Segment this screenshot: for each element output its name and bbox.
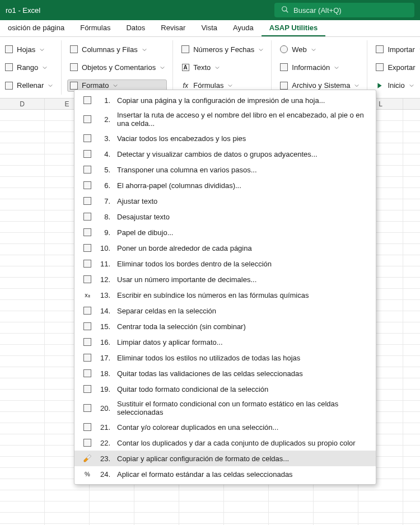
tab-review[interactable]: Revisar — [153, 20, 193, 36]
cell[interactable] — [403, 199, 420, 210]
cell[interactable] — [0, 311, 45, 322]
cell[interactable] — [0, 166, 45, 177]
cell[interactable] — [0, 423, 45, 434]
cell[interactable] — [45, 513, 90, 524]
cell[interactable] — [403, 401, 420, 412]
menu-remove-styles[interactable]: 17.Eliminar todos los estilos no utiliza… — [74, 350, 376, 365]
cell[interactable] — [403, 244, 420, 255]
col-header[interactable]: D — [0, 99, 45, 109]
cell[interactable] — [358, 513, 403, 524]
menu-standard-format[interactable]: %24.Aplicar el formato estándar a las ce… — [74, 466, 376, 482]
web-button[interactable]: Web — [277, 43, 361, 55]
menu-transpose[interactable]: 5.Transponer una columna en varios pasos… — [74, 162, 376, 177]
menu-drawing-paper[interactable]: 9.Papel de dibujo... — [74, 224, 376, 240]
cell[interactable] — [0, 188, 45, 199]
info-button[interactable]: Información — [277, 61, 361, 73]
cell[interactable] — [134, 490, 179, 501]
cell[interactable] — [403, 121, 420, 132]
cell[interactable] — [358, 501, 403, 513]
cell[interactable] — [0, 244, 45, 255]
menu-paper-saver[interactable]: 6.El ahorra-papel (columnas divididas)..… — [74, 177, 376, 193]
cell[interactable] — [403, 356, 420, 367]
cell[interactable] — [45, 490, 90, 501]
cell[interactable] — [0, 334, 45, 345]
cell[interactable] — [179, 501, 224, 513]
menu-remove-conditional[interactable]: 19.Quitar todo formato condicional de la… — [74, 381, 376, 397]
tab-data[interactable]: Datos — [118, 20, 153, 36]
fill-button[interactable]: Rellenar — [2, 79, 55, 92]
menu-unwrap-text[interactable]: 8.Desajustar texto — [74, 209, 376, 224]
cell[interactable] — [0, 322, 45, 334]
cell[interactable] — [403, 154, 420, 166]
cell[interactable] — [403, 412, 420, 423]
cell[interactable] — [403, 311, 420, 322]
numbers-dates-button[interactable]: Números y Fechas — [179, 43, 265, 55]
cell[interactable] — [0, 501, 45, 513]
cell[interactable] — [0, 490, 45, 501]
cell[interactable] — [403, 490, 420, 501]
menu-decimals[interactable]: 12.Usar un número importante de decimale… — [74, 271, 376, 287]
cell[interactable] — [0, 401, 45, 412]
cell[interactable] — [403, 468, 420, 479]
cell[interactable] — [403, 177, 420, 188]
menu-unmerge[interactable]: 14.Separar celdas en la selección — [74, 303, 376, 318]
cell[interactable] — [403, 345, 420, 356]
cell[interactable] — [403, 322, 420, 334]
cell[interactable] — [224, 501, 269, 513]
import-button[interactable]: Importar — [373, 43, 420, 55]
menu-clean-data[interactable]: 16.Limpiar datos y aplicar formato... — [74, 334, 376, 350]
cell[interactable] — [0, 121, 45, 132]
cell[interactable] — [0, 132, 45, 143]
menu-insert-path[interactable]: 2.Insertar la ruta de acceso y el nombre… — [74, 108, 376, 130]
cell[interactable] — [403, 266, 420, 278]
menu-replace-conditional[interactable]: 20.Sustituir el formato condicional con … — [74, 397, 376, 419]
menu-count-duplicates[interactable]: 22.Contar los duplicados y dar a cada co… — [74, 435, 376, 451]
menu-clear-headers[interactable]: 3.Vaciar todos los encabezados y los pie… — [74, 130, 376, 146]
cell[interactable] — [134, 513, 179, 524]
columns-rows-button[interactable]: Columnas y Filas — [67, 43, 167, 55]
cell[interactable] — [403, 300, 420, 311]
cell[interactable] — [0, 154, 45, 166]
cell[interactable] — [403, 367, 420, 378]
tab-help[interactable]: Ayuda — [225, 20, 262, 36]
tab-asap-utilities[interactable]: ASAP Utilities — [262, 20, 325, 36]
cell[interactable] — [403, 434, 420, 446]
cell[interactable] — [403, 378, 420, 390]
cell[interactable] — [0, 412, 45, 423]
menu-detect-changes[interactable]: 4.Detectar y visualizar cambios de datos… — [74, 146, 376, 162]
cell[interactable] — [0, 177, 45, 188]
cell[interactable] — [0, 266, 45, 278]
cell[interactable] — [403, 423, 420, 434]
cell[interactable] — [403, 110, 420, 121]
cell[interactable] — [90, 501, 134, 513]
menu-border-page[interactable]: 10.Poner un borde alrededor de cada pági… — [74, 240, 376, 256]
menu-remove-borders[interactable]: 11.Eliminar todos los bordes dentro de l… — [74, 256, 376, 271]
cell[interactable] — [0, 390, 45, 401]
cell[interactable] — [269, 501, 314, 513]
cell[interactable] — [0, 378, 45, 390]
cell[interactable] — [0, 457, 45, 468]
cell[interactable] — [224, 490, 269, 501]
cell[interactable] — [90, 513, 134, 524]
cell[interactable] — [403, 132, 420, 143]
cell[interactable] — [179, 513, 224, 524]
cell[interactable] — [0, 434, 45, 446]
cell[interactable] — [0, 345, 45, 356]
cell[interactable] — [358, 490, 403, 501]
range-button[interactable]: Rango — [2, 61, 55, 73]
menu-copy-format[interactable]: 23.Copiar y aplicar configuración de for… — [74, 451, 376, 466]
cell[interactable] — [314, 501, 358, 513]
objects-comments-button[interactable]: Objetos y Comentarios — [67, 61, 167, 73]
cell[interactable] — [0, 110, 45, 121]
export-button[interactable]: Exportar — [373, 61, 420, 73]
cell[interactable] — [0, 300, 45, 311]
cell[interactable] — [403, 233, 420, 244]
cell[interactable] — [90, 490, 134, 501]
cell[interactable] — [314, 513, 358, 524]
cell[interactable] — [403, 143, 420, 154]
cell[interactable] — [403, 188, 420, 199]
cell[interactable] — [45, 501, 90, 513]
menu-copy-page-print[interactable]: 1.Copiar una página y la configuración d… — [74, 92, 376, 108]
cell[interactable] — [179, 490, 224, 501]
cell[interactable] — [403, 278, 420, 289]
